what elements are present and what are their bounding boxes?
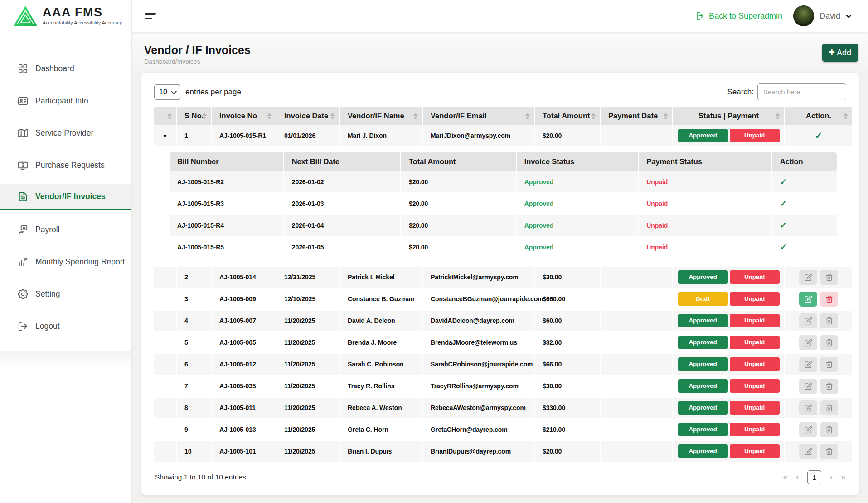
payment-badge[interactable]: Unpaid xyxy=(730,129,780,142)
payment-badge[interactable]: Unpaid xyxy=(730,314,780,327)
column-header-payment-date[interactable]: Payment Date xyxy=(600,107,672,125)
entries-per-page-select[interactable]: 10 xyxy=(154,84,180,100)
cell-action xyxy=(784,354,852,376)
delete-button[interactable] xyxy=(820,422,838,437)
payment-badge[interactable]: Unpaid xyxy=(730,444,780,458)
cell-action: ✓ xyxy=(784,125,852,147)
column-header-vendor-if-name[interactable]: Vendor/IF Name xyxy=(339,107,422,125)
user-avatar[interactable] xyxy=(793,5,814,26)
subtable-cell-action: ✓ xyxy=(772,171,837,193)
cell-vendor-email: BrianIDupuis@dayrep.com xyxy=(422,441,534,463)
user-name[interactable]: David xyxy=(820,11,840,21)
payment-badge[interactable]: Unpaid xyxy=(730,270,780,284)
delete-button[interactable] xyxy=(820,400,838,415)
pagination-page-button[interactable]: 1 xyxy=(807,470,821,484)
pagination-last-button[interactable]: » xyxy=(841,473,845,482)
sidebar-footer-shade xyxy=(0,351,131,367)
delete-button[interactable] xyxy=(820,270,838,285)
sidebar-item-payroll[interactable]: Payroll xyxy=(0,216,131,243)
column-header-invoice-no[interactable]: Invoice No xyxy=(211,107,276,125)
column-header-label: Action. xyxy=(806,112,831,120)
column-header-expand[interactable] xyxy=(154,107,176,125)
cell-total-amount: $66.00 xyxy=(534,354,600,376)
cell-vendor-email: BrendaJMoore@teleworm.us xyxy=(422,332,534,354)
cell-total-amount: $20.00 xyxy=(534,441,600,463)
edit-button[interactable] xyxy=(799,357,817,372)
status-badge[interactable]: Approved xyxy=(678,444,728,458)
cell-vendor-email: RebecaAWeston@armyspy.com xyxy=(422,398,534,420)
cell-sno: 4 xyxy=(176,311,211,332)
edit-button[interactable] xyxy=(799,335,817,350)
status-badge[interactable]: Approved xyxy=(678,270,728,284)
sidebar-item-monthly-spending-report[interactable]: Monthly Spending Report xyxy=(0,249,131,275)
collapse-row-icon[interactable]: ▼ xyxy=(162,133,168,139)
payment-badge[interactable]: Unpaid xyxy=(730,292,780,306)
sidebar-item-dashboard[interactable]: Dashboard xyxy=(0,55,131,82)
brand-logo[interactable]: AAA FMS Accountability Accessibility Acc… xyxy=(0,0,131,32)
entries-per-page-label: entries per page xyxy=(185,88,241,97)
search-input[interactable] xyxy=(757,83,846,100)
sidebar-item-service-provider[interactable]: Service Provider xyxy=(0,120,131,146)
column-header-status-payment[interactable]: Status | Payment xyxy=(672,107,784,125)
payment-badge[interactable]: Unpaid xyxy=(730,401,780,415)
sidebar-item-participant-info[interactable]: Participant Info xyxy=(0,88,131,114)
delete-button[interactable] xyxy=(820,379,838,394)
sidebar-item-label: Purchase Requests xyxy=(35,161,105,170)
status-badge[interactable]: Approved xyxy=(678,379,728,393)
cell-invoice-no: AJ-1005-015-R1 xyxy=(211,125,276,147)
sidebar-item-setting[interactable]: Setting xyxy=(0,281,131,307)
approved-check-icon: ✓ xyxy=(780,177,787,186)
pagination-first-button[interactable]: « xyxy=(783,473,787,482)
delete-button[interactable] xyxy=(820,357,838,372)
invoices-table: S No.Invoice NoInvoice DateVendor/IF Nam… xyxy=(154,107,852,463)
cell-invoice-no: AJ-1005-014 xyxy=(211,267,276,289)
cell-total-amount: $32.00 xyxy=(534,332,600,354)
payment-badge[interactable]: Unpaid xyxy=(730,336,780,349)
sidebar-item-purchase-requests[interactable]: $Purchase Requests xyxy=(0,152,131,178)
edit-button[interactable] xyxy=(799,400,817,415)
edit-button[interactable] xyxy=(799,379,817,394)
subtable-cell-next-bill-date: 2026-01-05 xyxy=(284,236,401,258)
status-badge[interactable]: Approved xyxy=(678,357,728,371)
chevron-down-icon[interactable] xyxy=(845,12,853,20)
payment-badge[interactable]: Unpaid xyxy=(730,357,780,371)
delete-button[interactable] xyxy=(820,444,838,459)
sidebar-item-vendor-if-invoices[interactable]: Vendor/IF Invoices xyxy=(0,184,131,210)
status-badge[interactable]: Approved xyxy=(678,423,728,436)
delete-button[interactable] xyxy=(820,335,838,350)
status-badge[interactable]: Approved xyxy=(678,314,728,327)
column-header-s-no[interactable]: S No. xyxy=(176,107,211,125)
delete-button[interactable] xyxy=(820,313,838,328)
edit-button[interactable] xyxy=(799,270,817,285)
edit-button[interactable] xyxy=(799,444,817,459)
add-button[interactable]: + Add xyxy=(822,44,858,62)
column-header-label: Invoice No xyxy=(219,112,257,120)
edit-button[interactable] xyxy=(799,313,817,328)
column-header-invoice-date[interactable]: Invoice Date xyxy=(276,107,339,125)
column-header-total-amount[interactable]: Total Amount xyxy=(534,107,600,125)
delete-button[interactable] xyxy=(820,292,838,307)
status-badge[interactable]: Approved xyxy=(678,401,728,415)
payment-badge[interactable]: Unpaid xyxy=(730,379,780,393)
sidebar-item-logout[interactable]: Logout xyxy=(0,313,131,339)
pagination-prev-button[interactable]: ‹ xyxy=(796,473,799,482)
edit-button[interactable] xyxy=(799,422,817,437)
cell-payment-date xyxy=(600,441,672,463)
gear-icon xyxy=(17,288,28,299)
payment-badge[interactable]: Unpaid xyxy=(730,423,780,436)
cell-sno: 3 xyxy=(176,289,211,311)
cell-payment-date xyxy=(600,376,672,398)
subtable-header-total-amount: Total Amount xyxy=(401,152,516,171)
cell-invoice-no: AJ-1005-011 xyxy=(211,398,276,420)
pagination-next-button[interactable]: › xyxy=(830,473,833,482)
back-to-superadmin-link[interactable]: Back to Superadmin xyxy=(696,11,782,21)
column-header-vendor-if-email[interactable]: Vendor/IF Email xyxy=(422,107,534,125)
column-header-action[interactable]: Action. xyxy=(784,107,852,125)
cell-sno: 8 xyxy=(176,398,211,420)
edit-button[interactable] xyxy=(799,292,817,307)
menu-toggle-icon[interactable] xyxy=(145,13,156,19)
status-badge[interactable]: Draft xyxy=(678,292,728,306)
status-badge[interactable]: Approved xyxy=(678,336,728,349)
status-badge[interactable]: Approved xyxy=(678,129,728,142)
sort-icon xyxy=(267,113,272,119)
